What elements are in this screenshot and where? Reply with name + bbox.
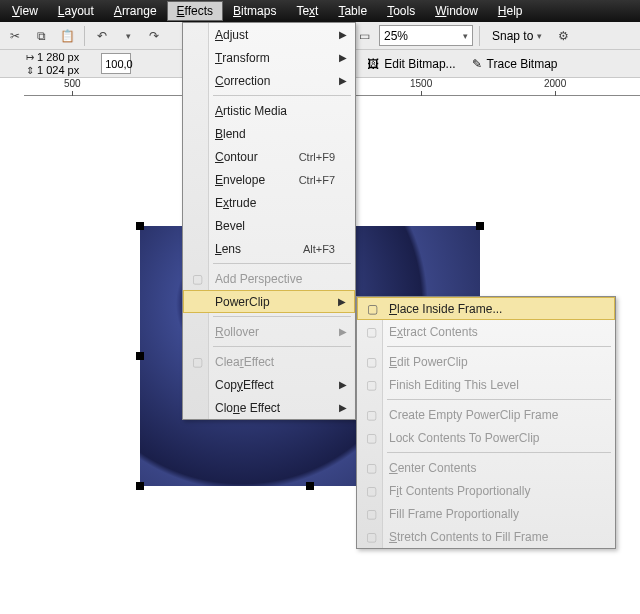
submenu-arrow-icon: ▶ xyxy=(339,75,347,86)
menu-help[interactable]: Help xyxy=(488,1,533,21)
powerclip-item-extract-contents: ▢Extract Contents xyxy=(357,320,615,343)
menu-arrange[interactable]: Arrange xyxy=(104,1,167,21)
submenu-arrow-icon: ▶ xyxy=(338,296,346,307)
effects-item-copy-effect[interactable]: Copy Effect▶ xyxy=(183,373,355,396)
place-icon: ▢ xyxy=(364,301,380,317)
stretch-icon: ▢ xyxy=(363,529,379,545)
edit-bitmap-label: Edit Bitmap... xyxy=(384,57,455,71)
zoom-dec-icon[interactable]: ▭ xyxy=(353,25,375,47)
submenu-arrow-icon: ▶ xyxy=(339,402,347,413)
powerclip-item-center-contents: ▢Center Contents xyxy=(357,456,615,479)
toolbar-separator xyxy=(84,26,85,46)
menu-bitmaps[interactable]: Bitmaps xyxy=(223,1,286,21)
width-value[interactable]: 1 280 px xyxy=(37,51,79,63)
powerclip-item-edit-powerclip: ▢Edit PowerClip xyxy=(357,350,615,373)
effects-item-artistic-media[interactable]: Artistic Media xyxy=(183,99,355,122)
ruler-tick: 500 xyxy=(64,78,81,89)
powerclip-item-stretch-contents-to-fill-frame: ▢Stretch Contents to Fill Frame xyxy=(357,525,615,548)
menu-table[interactable]: Table xyxy=(328,1,377,21)
zoom-value: 25% xyxy=(384,29,408,43)
selection-handle-tr[interactable] xyxy=(476,222,484,230)
object-size-group: ↦1 280 px ⇕1 024 px xyxy=(26,51,79,76)
undo-dropdown-icon[interactable]: ▾ xyxy=(117,25,139,47)
menu-tools[interactable]: Tools xyxy=(377,1,425,21)
edit-bitmap-button[interactable]: 🖼 Edit Bitmap... xyxy=(361,53,461,75)
selection-handle-bl[interactable] xyxy=(136,482,144,490)
effects-item-transform[interactable]: Transform▶ xyxy=(183,46,355,69)
effects-item-envelope[interactable]: EnvelopeCtrl+F7 xyxy=(183,168,355,191)
effects-item-blend[interactable]: Blend xyxy=(183,122,355,145)
effects-item-lens[interactable]: LensAlt+F3 xyxy=(183,237,355,260)
copy-icon[interactable]: ⧉ xyxy=(30,25,52,47)
effects-item-clear-effect: ▢Clear Effect xyxy=(183,350,355,373)
chevron-down-icon: ▾ xyxy=(463,31,468,41)
edit-icon: ▢ xyxy=(363,354,379,370)
trace-bitmap-icon: ✎ xyxy=(472,57,482,71)
effects-item-correction[interactable]: Correction▶ xyxy=(183,69,355,92)
persp-icon: ▢ xyxy=(189,271,205,287)
selection-handle-ml[interactable] xyxy=(136,352,144,360)
shortcut-label: Ctrl+F7 xyxy=(299,174,335,186)
submenu-arrow-icon: ▶ xyxy=(339,29,347,40)
selection-handle-tl[interactable] xyxy=(136,222,144,230)
effects-item-contour[interactable]: ContourCtrl+F9 xyxy=(183,145,355,168)
menu-effects[interactable]: Effects xyxy=(167,1,223,21)
menu-separator xyxy=(213,346,351,347)
undo-icon[interactable]: ↶ xyxy=(91,25,113,47)
fitprop-icon: ▢ xyxy=(363,483,379,499)
menu-view[interactable]: View xyxy=(2,1,48,21)
menu-text[interactable]: Text xyxy=(286,1,328,21)
effects-item-powerclip[interactable]: PowerClip▶ xyxy=(183,290,355,313)
edit-bitmap-icon: 🖼 xyxy=(367,57,379,71)
effects-item-bevel[interactable]: Bevel xyxy=(183,214,355,237)
ruler-tick: 1500 xyxy=(410,78,432,89)
paste-icon[interactable]: 📋 xyxy=(56,25,78,47)
powerclip-submenu: ▢Place Inside Frame...▢Extract Contents▢… xyxy=(356,296,616,549)
trace-bitmap-button[interactable]: ✎ Trace Bitmap xyxy=(466,53,564,75)
snap-settings-icon[interactable]: ⚙ xyxy=(552,25,574,47)
menu-window[interactable]: Window xyxy=(425,1,488,21)
menu-separator xyxy=(387,452,611,453)
cut-icon[interactable]: ✂ xyxy=(4,25,26,47)
menu-separator xyxy=(387,346,611,347)
finish-icon: ▢ xyxy=(363,377,379,393)
menu-separator xyxy=(387,399,611,400)
lock-icon: ▢ xyxy=(363,430,379,446)
center-icon: ▢ xyxy=(363,460,379,476)
powerclip-item-finish-editing-this-level: ▢Finish Editing This Level xyxy=(357,373,615,396)
snap-label: Snap to xyxy=(492,29,533,43)
snap-to-combo[interactable]: Snap to ▾ xyxy=(486,25,548,47)
selection-handle-bm[interactable] xyxy=(306,482,314,490)
menu-layout[interactable]: Layout xyxy=(48,1,104,21)
extract-icon: ▢ xyxy=(363,324,379,340)
width-icon: ↦ xyxy=(26,52,34,63)
scale-x-field[interactable]: 100,0 xyxy=(101,53,131,74)
menu-separator xyxy=(213,95,351,96)
effects-item-adjust[interactable]: Adjust▶ xyxy=(183,23,355,46)
powerclip-item-fit-contents-proportionally: ▢Fit Contents Proportionally xyxy=(357,479,615,502)
ruler-tick: 2000 xyxy=(544,78,566,89)
effects-item-clone-effect[interactable]: Clone Effect▶ xyxy=(183,396,355,419)
powerclip-item-create-empty-powerclip-frame: ▢Create Empty PowerClip Frame xyxy=(357,403,615,426)
trace-bitmap-label: Trace Bitmap xyxy=(487,57,558,71)
powerclip-item-fill-frame-proportionally: ▢Fill Frame Proportionally xyxy=(357,502,615,525)
height-icon: ⇕ xyxy=(26,65,34,76)
powerclip-item-lock-contents-to-powerclip: ▢Lock Contents To PowerClip xyxy=(357,426,615,449)
submenu-arrow-icon: ▶ xyxy=(339,326,347,337)
redo-icon[interactable]: ↷ xyxy=(143,25,165,47)
effects-item-rollover: Rollover▶ xyxy=(183,320,355,343)
submenu-arrow-icon: ▶ xyxy=(339,52,347,63)
height-value[interactable]: 1 024 px xyxy=(37,64,79,76)
create-icon: ▢ xyxy=(363,407,379,423)
zoom-combo[interactable]: 25% ▾ xyxy=(379,25,473,46)
submenu-arrow-icon: ▶ xyxy=(339,379,347,390)
menu-separator xyxy=(213,316,351,317)
shortcut-label: Alt+F3 xyxy=(303,243,335,255)
toolbar-separator xyxy=(479,26,480,46)
effects-item-extrude[interactable]: Extrude xyxy=(183,191,355,214)
powerclip-item-place-inside-frame[interactable]: ▢Place Inside Frame... xyxy=(357,297,615,320)
menubar: ViewLayoutArrangeEffectsBitmapsTextTable… xyxy=(0,0,640,22)
clear-icon: ▢ xyxy=(189,354,205,370)
effects-item-add-perspective: ▢Add Perspective xyxy=(183,267,355,290)
shortcut-label: Ctrl+F9 xyxy=(299,151,335,163)
